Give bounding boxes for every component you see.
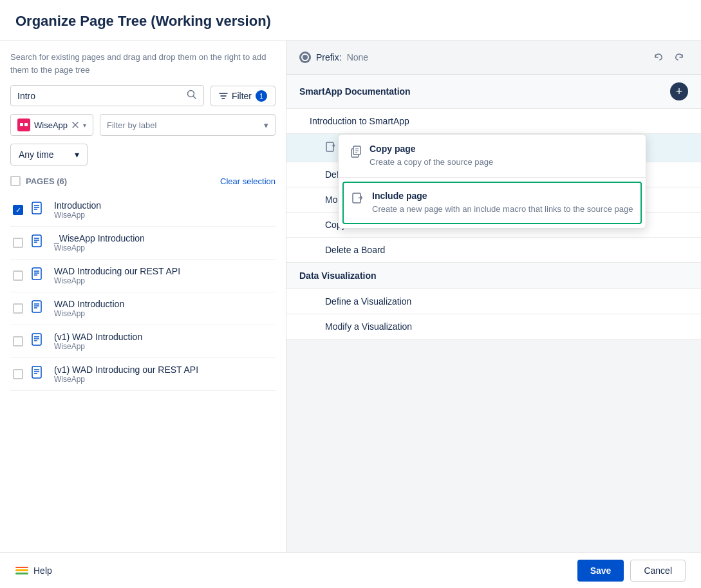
search-icon[interactable] <box>187 90 197 102</box>
page-space-0: WiseApp <box>54 211 273 220</box>
tree-item-modify-visualization[interactable]: Modify a Visualization <box>286 314 701 339</box>
page-checkbox-3[interactable] <box>13 303 23 314</box>
pages-header: PAGES (6) Clear selection <box>10 176 276 186</box>
space-chevron-icon[interactable]: ▾ <box>83 122 86 129</box>
prefix-value: None <box>347 52 368 62</box>
page-checkbox-4[interactable] <box>13 336 23 346</box>
data-visualization-label: Data Visualization <box>299 270 377 281</box>
help-button[interactable]: Help <box>15 565 52 576</box>
svg-rect-5 <box>20 123 23 126</box>
copy-page-content: Copy page Create a copy of the source pa… <box>369 144 493 168</box>
redo-button[interactable] <box>670 48 688 66</box>
help-label: Help <box>33 565 52 576</box>
add-to-root-button[interactable]: + <box>670 82 688 100</box>
list-item[interactable]: Introduction WiseApp <box>10 194 276 227</box>
search-hint: Search for existing pages and drag and d… <box>10 51 276 76</box>
data-visualization-header: Data Visualization <box>286 263 701 289</box>
svg-line-1 <box>193 97 196 99</box>
list-item[interactable]: _WiseApp Introduction WiseApp <box>10 227 276 260</box>
search-input[interactable] <box>17 91 182 101</box>
page-checkbox-1[interactable] <box>13 238 23 248</box>
page-info-1: _WiseApp Introduction WiseApp <box>54 233 273 252</box>
pages-label-row: PAGES (6) <box>10 176 67 186</box>
label-filter[interactable]: Filter by label ▾ <box>100 114 276 136</box>
include-icon <box>351 192 364 205</box>
page-checkbox-0[interactable] <box>13 205 23 215</box>
redo-icon <box>674 52 684 62</box>
list-item[interactable]: (v1) WAD Introduction WiseApp <box>10 325 276 358</box>
space-icon <box>17 119 30 131</box>
page-doc-icon <box>30 201 48 219</box>
filter-label: Filter <box>232 91 252 101</box>
svg-rect-21 <box>32 301 41 312</box>
cancel-button[interactable]: Cancel <box>630 560 686 582</box>
tree-item-intro-to-smartapp[interactable]: Introduction to SmartApp <box>286 109 701 134</box>
search-row: Filter 1 <box>10 85 276 106</box>
prefix-label: Prefix: <box>316 52 342 62</box>
copy-page-title: Copy page <box>369 144 493 154</box>
time-filter-label: Any time <box>19 149 53 160</box>
prefix-circle-icon <box>299 52 311 63</box>
space-logo <box>19 120 28 129</box>
label-chevron-icon[interactable]: ▾ <box>264 120 268 130</box>
page-name-5: (v1) WAD Introducing our REST API <box>54 365 273 375</box>
space-filter[interactable]: WiseApp ▾ <box>10 114 93 136</box>
filter-button[interactable]: Filter 1 <box>210 86 276 106</box>
include-page-icon <box>325 141 337 155</box>
prefix-area: Prefix: None <box>299 52 368 63</box>
page-name-2: WAD Introducing our REST API <box>54 266 273 276</box>
time-filter[interactable]: Any time ▾ <box>10 144 88 166</box>
page-info-4: (v1) WAD Introduction WiseApp <box>54 332 273 351</box>
filter-icon <box>219 91 228 100</box>
dropdown-item-copy-page[interactable]: Copy page Create a copy of the source pa… <box>339 135 646 178</box>
page-info-5: (v1) WAD Introducing our REST API WiseAp… <box>54 365 273 384</box>
page-info-2: WAD Introducing our REST API WiseApp <box>54 266 273 285</box>
undo-redo-controls <box>650 48 688 66</box>
page-name-0: Introduction <box>54 200 273 211</box>
space-name: WiseApp <box>34 120 68 130</box>
include-page-desc: Create a new page with an include macro … <box>372 204 633 215</box>
select-all-checkbox[interactable] <box>10 176 21 186</box>
page-doc-icon <box>30 332 48 350</box>
close-icon[interactable] <box>71 121 79 129</box>
list-item[interactable]: WAD Introduction WiseApp <box>10 292 276 325</box>
time-chevron-icon[interactable]: ▾ <box>75 149 79 160</box>
clear-selection-link[interactable]: Clear selection <box>220 176 276 186</box>
page-doc-icon <box>30 299 48 318</box>
left-panel: Search for existing pages and drag and d… <box>0 41 286 552</box>
page-checkbox-5[interactable] <box>13 369 23 379</box>
svg-rect-29 <box>32 366 41 378</box>
page-info-0: Introduction WiseApp <box>54 200 273 220</box>
page-name-4: (v1) WAD Introduction <box>54 332 273 342</box>
svg-rect-13 <box>32 235 41 247</box>
page-space-1: WiseApp <box>54 243 273 252</box>
content-area: Search for existing pages and drag and d… <box>0 41 701 552</box>
page-header: Organize Page Tree (Working version) <box>0 0 701 41</box>
dropdown-item-include-page[interactable]: Include page Create a new page with an i… <box>342 182 642 224</box>
page-space-5: WiseApp <box>54 375 273 384</box>
remove-space-tag[interactable] <box>71 121 79 129</box>
svg-rect-17 <box>32 268 41 280</box>
page-name-1: _WiseApp Introduction <box>54 233 273 243</box>
root-section-header: SmartApp Documentation + <box>286 75 701 109</box>
list-item[interactable]: WAD Introducing our REST API WiseApp <box>10 260 276 292</box>
tree-item-define-visualization[interactable]: Define a Visualization <box>286 289 701 314</box>
tree-item-delete-board[interactable]: Delete a Board <box>286 238 701 263</box>
page-name-3: WAD Introduction <box>54 299 273 309</box>
list-item[interactable]: (v1) WAD Introducing our REST API WiseAp… <box>10 358 276 391</box>
undo-icon <box>653 52 664 62</box>
page-space-4: WiseApp <box>54 342 273 351</box>
footer: Help Save Cancel <box>0 552 701 588</box>
copy-page-icon <box>349 145 362 160</box>
svg-rect-25 <box>32 334 41 345</box>
tree-container: SmartApp Documentation + Introduction to… <box>286 75 701 339</box>
page-title: Organize Page Tree (Working version) <box>15 13 686 30</box>
undo-button[interactable] <box>650 48 668 66</box>
page-doc-icon <box>30 267 48 285</box>
pages-count-label: PAGES (6) <box>26 176 67 186</box>
save-button[interactable]: Save <box>577 560 624 582</box>
footer-actions: Save Cancel <box>577 560 686 582</box>
svg-rect-9 <box>32 202 41 214</box>
page-checkbox-2[interactable] <box>13 270 23 281</box>
search-box[interactable] <box>10 85 204 106</box>
